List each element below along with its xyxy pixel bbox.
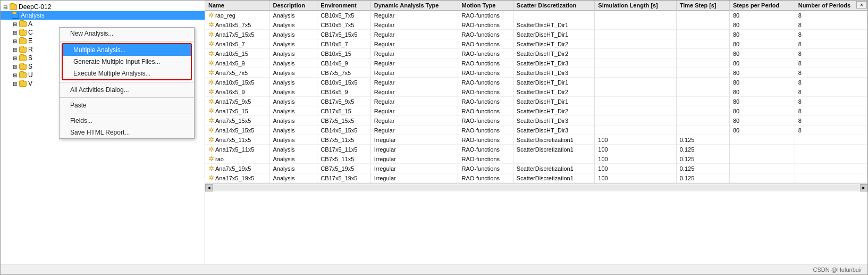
table-row[interactable]: ✲Ana17x5_15AnalysisCB17x5_15RegularRAO-f… — [205, 106, 867, 116]
table-row[interactable]: ✲Ana16x5_9AnalysisCB16x5_9RegularRAO-fun… — [205, 87, 867, 97]
cell-time-step — [676, 30, 729, 39]
row-icon: ✲ — [208, 117, 214, 124]
cell-simulation-length — [595, 20, 676, 30]
cell-scatter-discretization: ScatterDiscHT_Dir1 — [513, 30, 594, 39]
cell-motion-type: RAO-functions — [458, 39, 513, 49]
cell-scatter-discretization: ScatterDiscHT_Dir2 — [513, 106, 594, 116]
tree-toggle-a[interactable]: ⊞ — [11, 20, 19, 28]
cell-steps-per-period: 80 — [729, 30, 795, 39]
table-row[interactable]: ✲Ana7x5_15x5AnalysisCB7x5_15x5RegularRAO… — [205, 116, 867, 126]
table-row[interactable]: ✲Ana10x5_7AnalysisCB10x5_7RegularRAO-fun… — [205, 39, 867, 49]
cell-number-of-periods: 8 — [795, 106, 867, 116]
col-header-name: Name — [205, 1, 269, 11]
cell-simulation-length — [595, 59, 676, 68]
menu-item-paste[interactable]: Paste — [60, 99, 194, 111]
menu-item-generate-multiple[interactable]: Generate Multiple Input Files... — [63, 56, 191, 68]
cell-number-of-periods: 8 — [795, 59, 867, 68]
cell-name: ✲rao — [205, 154, 269, 164]
tree-item-root[interactable]: ⊟ DeepC-012 — [1, 3, 205, 11]
table-row[interactable]: ✲raoAnalysisCB7x5_11x5IrregularRAO-funct… — [205, 154, 867, 164]
table-row[interactable]: ✲Ana7x5_19x5AnalysisCB7x5_19x5IrregularR… — [205, 164, 867, 173]
cell-dynamic-analysis-type: Regular — [370, 11, 458, 20]
table-row[interactable]: ✲rao_regAnalysisCB10x5_7x5RegularRAO-fun… — [205, 11, 867, 20]
cell-description: Analysis — [269, 154, 317, 164]
close-button[interactable]: × — [856, 1, 867, 9]
col-header-dynamic-analysis-type: Dynamic Analysis Type — [370, 1, 458, 11]
menu-separator-3 — [60, 97, 194, 98]
cell-name: ✲Ana16x5_9 — [205, 87, 269, 97]
cell-steps-per-period: 80 — [729, 106, 795, 116]
tree-toggle-u[interactable]: ⊞ — [11, 71, 19, 79]
cell-name: ✲Ana7x5_15x5 — [205, 116, 269, 126]
analysis-table: Name Description Environment Dynamic Ana… — [205, 1, 867, 183]
context-menu: New Analysis... Multiple Analysis... Gen… — [59, 27, 195, 139]
table-row[interactable]: ✲Ana7x5_7x5AnalysisCB7x5_7x5RegularRAO-f… — [205, 68, 867, 78]
tree-label-root: DeepC-012 — [19, 3, 51, 11]
menu-item-execute-multiple[interactable]: Execute Multiple Analysis... — [63, 68, 191, 79]
cell-scatter-discretization: ScatterDiscHT_Dir3 — [513, 126, 594, 135]
cell-steps-per-period: 80 — [729, 97, 795, 106]
cell-time-step — [676, 39, 729, 49]
col-header-time-step: Time Step [s] — [676, 1, 729, 11]
tree-toggle-e[interactable]: ⊞ — [11, 37, 19, 45]
folder-icon-root — [9, 3, 18, 11]
cell-time-step — [676, 20, 729, 30]
table-row[interactable]: ✲Ana17x5_19x5AnalysisCB17x5_19x5Irregula… — [205, 173, 867, 183]
cell-simulation-length — [595, 87, 676, 97]
menu-item-new-analysis[interactable]: New Analysis... — [60, 28, 194, 39]
bottom-bar: CSDN @Hulunbuir — [1, 264, 867, 274]
menu-item-multiple-analysis[interactable]: Multiple Analysis... — [63, 44, 191, 56]
row-icon: ✲ — [208, 69, 214, 76]
tree-toggle-s2[interactable]: ⊞ — [11, 63, 19, 70]
tree-toggle-c[interactable]: ⊞ — [11, 29, 19, 36]
cell-time-step: 0.125 — [676, 145, 729, 154]
table-row[interactable]: ✲Ana10x5_15x5AnalysisCB10x5_15x5RegularR… — [205, 78, 867, 87]
cell-dynamic-analysis-type: Irregular — [370, 164, 458, 173]
cell-dynamic-analysis-type: Regular — [370, 97, 458, 106]
folder-icon-r — [19, 46, 27, 53]
table-row[interactable]: ✲Ana7x5_11x5AnalysisCB7x5_11x5IrregularR… — [205, 135, 867, 145]
menu-item-save-html[interactable]: Save HTML Report... — [60, 127, 194, 138]
cell-dynamic-analysis-type: Regular — [370, 30, 458, 39]
cell-scatter-discretization: ScatterDiscHT_Dir2 — [513, 39, 594, 49]
tree-item-analysis[interactable]: Analysis — [1, 11, 205, 20]
table-row[interactable]: ✲Ana17x5_11x5AnalysisCB17x5_11x5Irregula… — [205, 145, 867, 154]
scroll-left-button[interactable]: ◄ — [205, 184, 213, 191]
menu-item-fields[interactable]: Fields... — [60, 115, 194, 127]
horizontal-scrollbar[interactable]: ◄ ► — [205, 183, 867, 191]
menu-item-all-activities[interactable]: All Activities Dialog... — [60, 84, 194, 96]
tree-toggle-s1[interactable]: ⊞ — [11, 54, 19, 62]
cell-environment: CB10x5_7x5 — [317, 20, 370, 30]
cell-name-text: Ana7x5_11x5 — [215, 137, 251, 143]
col-header-motion-type: Motion Type — [458, 1, 513, 11]
table-row[interactable]: ✲Ana10x5_7x5AnalysisCB10x5_7x5RegularRAO… — [205, 20, 867, 30]
cell-name-text: Ana10x5_15x5 — [215, 79, 254, 86]
cell-description: Analysis — [269, 97, 317, 106]
cell-number-of-periods: 8 — [795, 97, 867, 106]
cell-simulation-length — [595, 39, 676, 49]
table-row[interactable]: ✲Ana10x5_15AnalysisCB10x5_15RegularRAO-f… — [205, 49, 867, 59]
cell-motion-type: RAO-functions — [458, 126, 513, 135]
table-row[interactable]: ✲Ana17x5_9x5AnalysisCB17x5_9x5RegularRAO… — [205, 97, 867, 106]
cell-simulation-length: 100 — [595, 154, 676, 164]
table-row[interactable]: ✲Ana14x5_9AnalysisCB14x5_9RegularRAO-fun… — [205, 59, 867, 68]
tree-label-s2: S — [28, 63, 32, 70]
cell-time-step — [676, 116, 729, 126]
cell-steps-per-period: 80 — [729, 126, 795, 135]
folder-icon-s2 — [19, 63, 27, 70]
cell-simulation-length: 100 — [595, 145, 676, 154]
cell-scatter-discretization: ScatterDiscretization1 — [513, 135, 594, 145]
table-row[interactable]: ✲Ana14x5_15x5AnalysisCB14x5_15x5RegularR… — [205, 126, 867, 135]
tree-toggle-root[interactable]: ⊟ — [2, 3, 9, 11]
tree-toggle-r[interactable]: ⊞ — [11, 46, 19, 53]
tree-toggle-v[interactable]: ⊞ — [11, 80, 19, 87]
cell-dynamic-analysis-type: Regular — [370, 116, 458, 126]
scroll-right-button[interactable]: ► — [860, 184, 867, 191]
cell-description: Analysis — [269, 59, 317, 68]
scroll-track[interactable] — [214, 185, 859, 190]
cell-time-step — [676, 126, 729, 135]
cell-simulation-length — [595, 11, 676, 20]
table-row[interactable]: ✲Ana17x5_15x5AnalysisCB17x5_15x5RegularR… — [205, 30, 867, 39]
cell-time-step — [676, 59, 729, 68]
cell-number-of-periods — [795, 145, 867, 154]
